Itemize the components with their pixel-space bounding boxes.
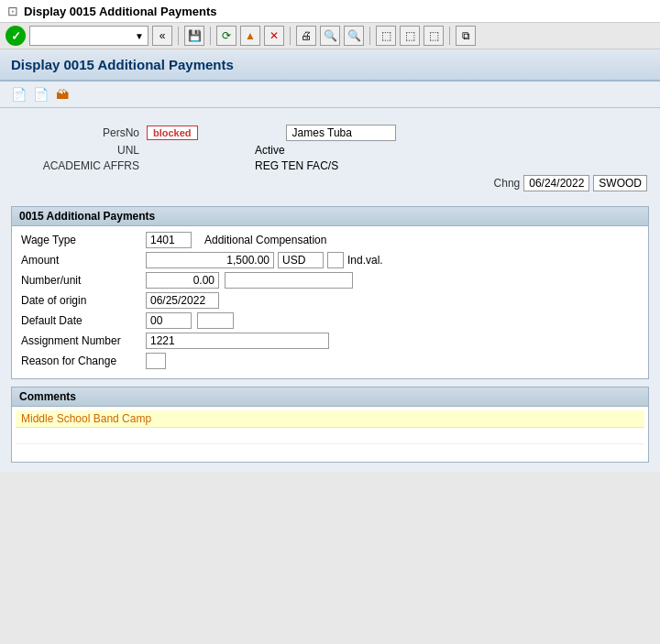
date-of-origin-input[interactable] [146,292,219,309]
copy3-button[interactable]: ⬚ [424,26,444,46]
number-unit-label: Number/unit [21,274,140,287]
copy2-button[interactable]: ⬚ [400,26,420,46]
comments-header: Comments [12,387,648,407]
person-name: James Tuba [286,125,396,141]
additional-payments-content: Wage Type 1401 Additional Compensation A… [12,226,648,378]
comments-section: Comments Middle School Band Camp [11,387,649,463]
save-button[interactable]: 💾 [184,26,204,46]
default-date-row: Default Date [21,312,639,329]
wage-type-code: 1401 [146,232,192,248]
toolbar-divider1 [178,27,179,45]
wage-type-desc: Additional Compensation [204,234,326,246]
up-button[interactable]: ▲ [240,26,260,46]
find-button[interactable]: 🔍 [320,26,340,46]
amount-label: Amount [21,254,140,267]
reason-for-change-input[interactable] [146,353,166,369]
nav-prev-prev-button[interactable]: « [152,26,172,46]
cancel-button[interactable]: ✕ [264,26,284,46]
default-date-input[interactable] [146,312,192,329]
person-row-2: UNL Active [11,144,649,157]
ind-val-checkbox[interactable] [327,252,344,268]
page-header: Display 0015 Additional Payments [0,49,660,82]
reason-for-change-row: Reason for Change [21,353,639,369]
number-unit-extra [225,272,353,289]
assignment-number-input[interactable] [146,333,329,349]
persno-label: PersNo [11,126,139,139]
print-button[interactable]: 🖨 [296,26,316,46]
wage-type-label: Wage Type [21,234,140,246]
ind-val-label: Ind.val. [347,254,383,267]
person-section: PersNo blocked James Tuba UNL Active ACA… [11,117,649,199]
copy-page-button[interactable]: 📄 [31,85,50,104]
amount-row: Amount USD Ind.val. [21,252,639,268]
comments-line-2[interactable] [16,428,644,444]
toolbar-divider3 [290,27,291,45]
additional-payments-section: 0015 Additional Payments Wage Type 1401 … [11,206,649,379]
content-area: PersNo blocked James Tuba UNL Active ACA… [0,108,660,472]
default-date-label: Default Date [21,314,140,327]
number-unit-input[interactable] [146,272,219,289]
date-of-origin-label: Date of origin [21,294,140,307]
landscape-button[interactable]: 🏔 [53,85,72,104]
find-next-button[interactable]: 🔍 [344,26,364,46]
new-page-button[interactable]: 📄 [9,85,28,104]
ext-button[interactable]: ⧉ [456,26,476,46]
reason-for-change-label: Reason for Change [21,355,140,367]
copy1-button[interactable]: ⬚ [376,26,396,46]
window-icon: ⊡ [7,4,18,18]
blocked-badge: blocked [147,126,198,140]
toolbar-divider4 [369,27,370,45]
active-value: Active [255,144,285,157]
unl-label: UNL [11,144,139,157]
chng-date: 06/24/2022 [523,175,589,191]
chng-label: Chng [494,177,521,190]
window-title: Display 0015 Additional Payments [24,5,216,18]
wage-type-row: Wage Type 1401 Additional Compensation [21,232,639,248]
chevron-down-icon: ▼ [135,31,144,41]
person-row-3: ACADEMIC AFFRS REG TEN FAC/S [11,159,649,172]
assignment-number-row: Assignment Number [21,333,639,349]
command-dropdown[interactable]: ▼ [29,26,148,46]
page-title: Display 0015 Additional Payments [11,57,234,72]
additional-payments-header: 0015 Additional Payments [12,207,648,226]
currency-field: USD [278,252,324,268]
amount-input[interactable] [146,252,274,268]
toolbar-divider5 [449,27,450,45]
back-button[interactable]: ⟳ [216,26,236,46]
main-toolbar: ✓ ▼ « 💾 ⟳ ▲ ✕ 🖨 🔍 🔍 ⬚ ⬚ ⬚ ⧉ [0,23,660,49]
date-of-origin-row: Date of origin [21,292,639,309]
confirm-button[interactable]: ✓ [6,26,26,46]
sub-toolbar: 📄 📄 🏔 [0,82,660,108]
number-unit-row: Number/unit [21,272,639,289]
toolbar-divider2 [210,27,211,45]
chng-row: Chng 06/24/2022 SWOOD [11,175,649,191]
assignment-number-label: Assignment Number [21,334,140,347]
academic-affrs-label: ACADEMIC AFFRS [11,159,139,172]
chng-user: SWOOD [593,175,647,191]
amount-group: USD Ind.val. [146,252,383,268]
comments-content: Middle School Band Camp [12,407,648,462]
reg-ten-facs-value: REG TEN FAC/S [255,159,338,172]
person-row-1: PersNo blocked James Tuba [11,125,649,141]
comments-line-1[interactable]: Middle School Band Camp [16,410,644,428]
default-date-extra [197,312,234,329]
title-bar: ⊡ Display 0015 Additional Payments [0,0,660,23]
